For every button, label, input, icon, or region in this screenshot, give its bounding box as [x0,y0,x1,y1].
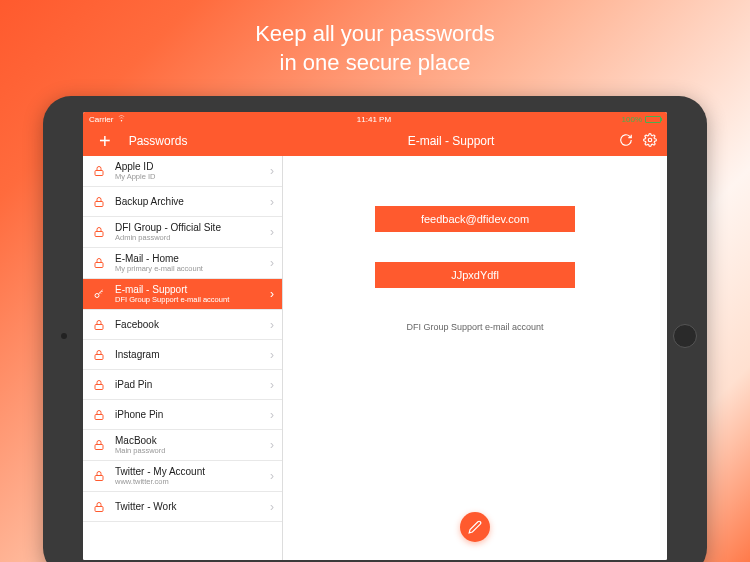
list-title: Passwords [129,134,188,148]
password-value: JJpxdYdfl [451,269,499,281]
chevron-right-icon: › [270,500,274,514]
chevron-right-icon: › [270,438,274,452]
item-subtitle: My primary e-mail account [115,264,270,273]
svg-rect-7 [95,354,103,359]
lock-icon [89,164,109,178]
password-list[interactable]: Apple ID My Apple ID › Backup Archive › … [83,156,283,560]
svg-rect-8 [95,384,103,389]
lock-icon [89,469,109,483]
detail-pane: feedback@dfidev.com JJpxdYdfl DFI Group … [283,156,667,560]
gear-icon[interactable] [643,133,657,150]
content-split: Apple ID My Apple ID › Backup Archive › … [83,156,667,560]
item-subtitle: Main password [115,446,270,455]
lock-icon [89,500,109,514]
item-name: iPhone Pin [115,409,270,420]
item-name: Facebook [115,319,270,330]
chevron-right-icon: › [270,378,274,392]
username-field[interactable]: feedback@dfidev.com [375,206,575,232]
svg-rect-2 [95,201,103,206]
svg-rect-4 [95,263,103,268]
hero-text: Keep all your passwords in one secure pl… [0,0,750,77]
list-item[interactable]: Twitter - Work › [83,492,282,522]
chevron-right-icon: › [270,469,274,483]
key-icon [89,287,109,301]
add-button[interactable]: + [87,130,123,153]
lock-icon [89,318,109,332]
nav-bar: + Passwords E-mail - Support [83,126,667,156]
item-name: Twitter - Work [115,501,270,512]
svg-rect-9 [95,414,103,419]
status-bar: Carrier 11:41 PM 100% [83,112,667,126]
username-value: feedback@dfidev.com [421,213,529,225]
item-name: DFI Group - Official Site [115,222,270,233]
list-item[interactable]: E-Mail - Home My primary e-mail account … [83,248,282,279]
svg-rect-10 [95,445,103,450]
item-name: Backup Archive [115,196,270,207]
svg-rect-3 [95,232,103,237]
lock-icon [89,438,109,452]
list-item[interactable]: iPhone Pin › [83,400,282,430]
item-subtitle: My Apple ID [115,172,270,181]
item-name: Instagram [115,349,270,360]
lock-icon [89,378,109,392]
list-item[interactable]: E-mail - Support DFI Group Support e-mai… [83,279,282,310]
battery-percent: 100% [622,115,642,124]
list-item[interactable]: Backup Archive › [83,187,282,217]
lock-icon [89,408,109,422]
description-label: DFI Group Support e-mail account [406,322,543,332]
carrier-label: Carrier [89,115,113,124]
list-item[interactable]: Apple ID My Apple ID › [83,156,282,187]
svg-point-5 [95,294,99,298]
svg-rect-12 [95,506,103,511]
sync-icon[interactable] [619,133,633,150]
list-item[interactable]: iPad Pin › [83,370,282,400]
list-item[interactable]: Twitter - My Account www.twitter.com › [83,461,282,492]
screen: Carrier 11:41 PM 100% + Passwords E-mail… [83,112,667,560]
home-button[interactable] [673,324,697,348]
list-item[interactable]: DFI Group - Official Site Admin password… [83,217,282,248]
wifi-icon [117,114,126,124]
lock-icon [89,348,109,362]
svg-rect-1 [95,171,103,176]
svg-rect-11 [95,476,103,481]
hero-line1: Keep all your passwords [0,20,750,49]
lock-icon [89,256,109,270]
lock-icon [89,195,109,209]
svg-point-0 [648,138,652,142]
item-subtitle: DFI Group Support e-mail account [115,295,270,304]
list-item[interactable]: MacBook Main password › [83,430,282,461]
item-subtitle: Admin password [115,233,270,242]
chevron-right-icon: › [270,256,274,270]
chevron-right-icon: › [270,195,274,209]
edit-button[interactable] [460,512,490,542]
chevron-right-icon: › [270,225,274,239]
hero-line2: in one secure place [0,49,750,78]
item-name: E-Mail - Home [115,253,270,264]
item-name: Apple ID [115,161,270,172]
item-name: MacBook [115,435,270,446]
svg-rect-6 [95,324,103,329]
lock-icon [89,225,109,239]
list-item[interactable]: Instagram › [83,340,282,370]
item-name: Twitter - My Account [115,466,270,477]
chevron-right-icon: › [270,164,274,178]
chevron-right-icon: › [270,408,274,422]
detail-title: E-mail - Support [283,134,619,148]
device-frame: Carrier 11:41 PM 100% + Passwords E-mail… [43,96,707,562]
item-name: iPad Pin [115,379,270,390]
chevron-right-icon: › [270,318,274,332]
item-subtitle: www.twitter.com [115,477,270,486]
clock-label: 11:41 PM [126,115,621,124]
password-field[interactable]: JJpxdYdfl [375,262,575,288]
item-name: E-mail - Support [115,284,270,295]
chevron-right-icon: › [270,348,274,362]
list-item[interactable]: Facebook › [83,310,282,340]
camera-dot [61,333,67,339]
chevron-right-icon: › [270,287,274,301]
battery-icon [645,116,661,123]
